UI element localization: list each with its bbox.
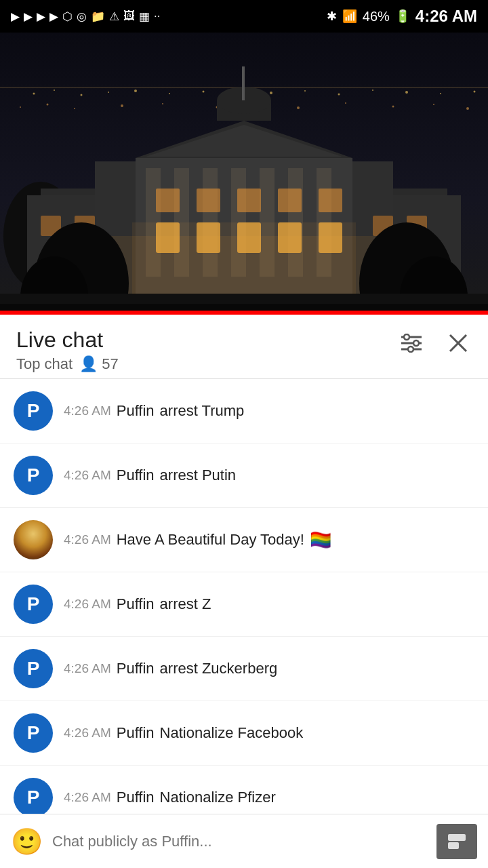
message-inline: 4:26 AM Puffin arrest Putin <box>64 467 474 484</box>
message-content: 4:26 AM Puffin arrest Z <box>64 595 474 613</box>
message-text: Nationalize Facebook <box>160 724 304 742</box>
avatar <box>14 520 53 559</box>
status-icons-right: ✱ 📶 46% 🔋 4:26 AM <box>327 7 477 26</box>
filter-icon <box>400 334 423 353</box>
message-content: 4:26 AM Puffin arrest Trump <box>64 402 474 420</box>
status-icons-left: ▶ ▶ ▶ ▶ ⬡ ◎ 📁 ⚠ 🖼 ▦ ·· <box>11 9 160 24</box>
avatar: P <box>14 649 53 688</box>
chat-message-item: P 4:26 AM Puffin arrest Trump <box>0 379 488 443</box>
app-icon-2: ▶ <box>24 9 33 24</box>
svg-rect-53 <box>278 222 302 253</box>
avatar-letter: P <box>27 658 40 679</box>
chat-messages-list: P 4:26 AM Puffin arrest Trump P 4:26 AM … <box>0 379 488 868</box>
svg-point-25 <box>345 102 346 104</box>
message-content: 4:26 AM Puffin arrest Putin <box>64 467 474 484</box>
avatar-letter: P <box>27 787 40 808</box>
viewer-count-container: 👤 57 <box>79 355 118 373</box>
send-button[interactable] <box>436 824 477 859</box>
svg-point-5 <box>108 92 109 93</box>
battery-percent: 46% <box>363 9 390 24</box>
close-button[interactable] <box>445 330 472 360</box>
message-inline: 4:26 AM Puffin arrest Zuckerberg <box>64 660 474 677</box>
svg-rect-51 <box>197 222 220 253</box>
viewer-count: 57 <box>102 355 118 373</box>
message-text: arrest Trump <box>160 402 245 420</box>
message-inline: 4:26 AM Have A Beautiful Day Today! 🏳️‍🌈 <box>64 530 474 551</box>
message-text: arrest Z <box>160 595 211 613</box>
svg-rect-79 <box>448 842 459 849</box>
message-content: 4:26 AM Puffin Nationalize Facebook <box>64 724 474 742</box>
wifi-icon: 📶 <box>342 9 357 24</box>
app-icon-6: ◎ <box>77 9 87 24</box>
message-username: Have A Beautiful Day Today! <box>117 531 304 549</box>
emoji-button[interactable]: 🙂 <box>11 827 43 856</box>
message-username: Puffin <box>117 660 155 677</box>
svg-point-73 <box>404 334 409 340</box>
message-inline: 4:26 AM Puffin arrest Trump <box>64 402 474 420</box>
avatar-letter: P <box>27 465 40 486</box>
status-bar: ▶ ▶ ▶ ▶ ⬡ ◎ 📁 ⚠ 🖼 ▦ ·· ✱ 📶 46% 🔋 4:26 AM <box>0 0 488 33</box>
chat-text-input[interactable] <box>52 833 427 850</box>
svg-point-27 <box>433 104 434 105</box>
message-content: 4:26 AM Have A Beautiful Day Today! 🏳️‍🌈 <box>64 530 474 551</box>
message-username: Puffin <box>117 595 155 613</box>
svg-point-24 <box>297 106 300 109</box>
message-time: 4:26 AM <box>64 403 111 418</box>
message-username: Puffin <box>117 724 155 742</box>
svg-point-15 <box>440 93 441 94</box>
message-time: 4:26 AM <box>64 597 111 612</box>
svg-point-16 <box>474 91 476 93</box>
avatar: P <box>14 391 53 431</box>
filter-button[interactable] <box>397 331 426 359</box>
message-text: arrest Zuckerberg <box>160 660 278 677</box>
message-time: 4:26 AM <box>64 532 111 547</box>
live-chat-title: Live chat <box>16 327 119 353</box>
bluetooth-icon: ✱ <box>327 9 337 24</box>
message-username: Puffin <box>117 467 155 484</box>
avatar: P <box>14 713 53 753</box>
svg-point-12 <box>338 94 340 96</box>
time-display: 4:26 AM <box>415 7 477 26</box>
app-icon-4: ▶ <box>49 9 58 24</box>
video-player[interactable] <box>0 33 488 311</box>
avatar-letter: P <box>27 400 40 422</box>
svg-point-21 <box>162 103 163 104</box>
message-time: 4:26 AM <box>64 726 111 741</box>
person-icon: 👤 <box>79 355 98 373</box>
chat-header-info: Live chat Top chat 👤 57 <box>16 327 119 373</box>
avatar: P <box>14 585 53 624</box>
app-icon-3: ▶ <box>37 9 45 24</box>
svg-point-4 <box>81 94 83 96</box>
message-username: Puffin <box>117 789 155 806</box>
app-icon-8: ⚠ <box>109 9 119 24</box>
avatar: P <box>14 778 53 817</box>
smiley-icon: 🙂 <box>11 827 43 856</box>
svg-point-20 <box>121 104 123 107</box>
top-chat-label[interactable]: Top chat <box>16 355 73 373</box>
svg-point-26 <box>392 106 394 108</box>
svg-point-19 <box>74 108 75 109</box>
message-emoji: 🏳️‍🌈 <box>310 530 331 551</box>
svg-point-74 <box>413 340 419 346</box>
svg-point-11 <box>304 90 306 92</box>
svg-point-3 <box>54 90 55 91</box>
message-inline: 4:26 AM Puffin Nationalize Facebook <box>64 724 474 742</box>
chat-message-item: P 4:26 AM Puffin Nationalize Facebook <box>0 701 488 766</box>
message-content: 4:26 AM Puffin arrest Zuckerberg <box>64 660 474 677</box>
app-icon-7: 📁 <box>91 9 105 24</box>
message-text: arrest Putin <box>160 467 237 484</box>
chat-header-actions <box>397 327 472 360</box>
message-content: 4:26 AM Puffin Nationalize Pfizer <box>64 789 474 806</box>
chat-input-bar: 🙂 <box>0 814 488 868</box>
svg-rect-78 <box>448 834 466 841</box>
svg-point-2 <box>33 93 35 95</box>
chat-subheader: Top chat 👤 57 <box>16 355 119 373</box>
svg-point-75 <box>408 347 413 352</box>
app-icon-11: ·· <box>154 9 160 23</box>
svg-point-28 <box>466 107 469 110</box>
video-thumbnail <box>0 33 488 311</box>
svg-rect-49 <box>242 66 245 100</box>
chat-message-item: P 4:26 AM Puffin arrest Putin <box>0 443 488 508</box>
svg-rect-69 <box>0 304 488 311</box>
close-icon <box>447 332 469 354</box>
